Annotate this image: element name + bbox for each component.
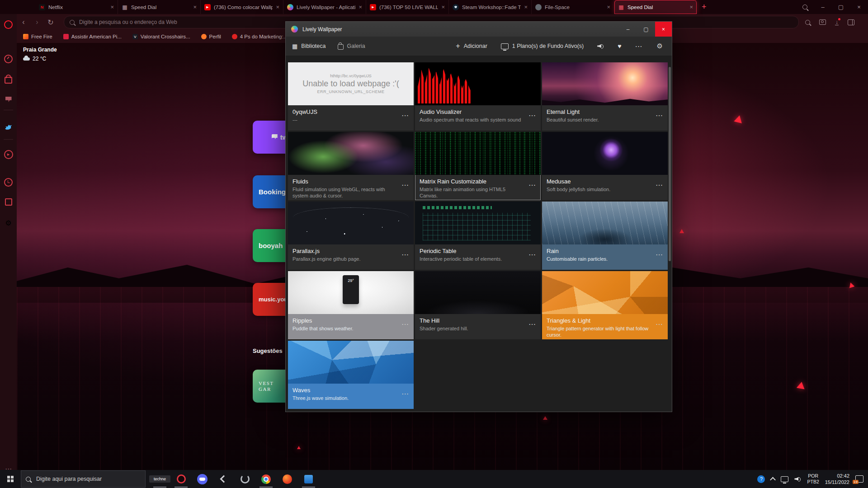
bookmark-valorant[interactable]: V Valorant Crosshairs... — [132, 34, 190, 39]
browser-maximize-button[interactable]: ▢ — [832, 0, 850, 14]
tab-youtube-top50[interactable]: ▶ (736) TOP 50 LIVE WALLPA × — [366, 0, 449, 14]
tab-close-icon[interactable]: × — [441, 4, 445, 10]
tab-netflix[interactable]: N Netflix × — [35, 0, 118, 14]
opera-gx-logo-icon[interactable] — [0, 17, 17, 32]
taskbar-app-techne[interactable]: techne — [149, 470, 170, 488]
volume-tray-icon[interactable] — [794, 476, 801, 482]
lively-settings-icon[interactable]: ⚙ — [657, 42, 663, 50]
add-wallpaper-button[interactable]: + Adicionar — [456, 42, 487, 50]
tab-search-icon[interactable] — [796, 0, 814, 14]
tab-close-icon[interactable]: × — [359, 4, 362, 10]
taskbar-app-lively[interactable] — [298, 470, 319, 488]
tab-steam-workshop[interactable]: Steam Workshop::Fade Trip × — [449, 0, 532, 14]
tab-close-icon[interactable]: × — [276, 4, 279, 10]
wallpaper-tile-0yqwujs[interactable]: hthttp://bc.vc/0yqwUJS Unable to load we… — [288, 62, 414, 131]
help-icon[interactable]: ? — [757, 475, 765, 483]
taskbar-app-gx-arrow[interactable] — [213, 470, 234, 488]
wallpaper-menu-icon[interactable]: ⋯ — [528, 182, 536, 189]
taskbar-app-discord[interactable] — [192, 470, 213, 488]
lively-minimize-button[interactable]: – — [619, 22, 637, 37]
wallpaper-tile-ripples[interactable]: 29° Ripples Puddle that shows weather. ⋯ — [288, 271, 414, 339]
wallpaper-menu-icon[interactable]: ⋯ — [528, 251, 536, 258]
start-button[interactable] — [0, 470, 21, 488]
sidebar-panel-icon[interactable] — [848, 19, 854, 25]
wallpaper-tile-matrix-rain[interactable]: Matrix Rain Customizable Matrix like rai… — [415, 132, 541, 200]
wallpaper-menu-icon[interactable]: ⋯ — [656, 321, 663, 328]
tray-expand-icon[interactable] — [770, 477, 776, 483]
tab-close-icon[interactable]: × — [689, 4, 693, 10]
bookmark-4ps-marketing[interactable]: 4 Ps do Marketing:... — [232, 34, 288, 39]
notification-center-icon[interactable]: 19 — [855, 475, 863, 483]
wallpaper-tile-rain[interactable]: Rain Customisable rain particles. ⋯ — [542, 202, 668, 270]
lively-close-button[interactable]: × — [655, 22, 672, 37]
wallpaper-menu-icon[interactable]: ⋯ — [401, 251, 409, 258]
bookmark-free-fire[interactable]: Free Fire — [23, 34, 52, 39]
gx-store-bag-icon[interactable] — [0, 71, 17, 86]
new-tab-button[interactable]: + — [697, 0, 711, 14]
back-button[interactable]: ‹ — [17, 18, 30, 26]
snapshot-icon[interactable] — [819, 19, 826, 25]
downloads-icon[interactable]: ↓ — [835, 19, 839, 25]
tab-biblioteca[interactable]: ▦ Biblioteca — [292, 43, 326, 50]
wallpaper-tile-parallax[interactable]: Parallax.js Parallax.js engine github pa… — [288, 202, 414, 270]
tab-lively-wallpaper[interactable]: Lively Wallpaper - Aplicativ × — [283, 0, 366, 14]
tab-speed-dial-1[interactable]: ▦ Speed Dial × — [118, 0, 201, 14]
browser-minimize-button[interactable]: – — [814, 0, 832, 14]
language-indicator[interactable]: POR PTB2 — [807, 473, 819, 485]
wallpaper-tile-the-hill[interactable]: The Hill Shader generated hill. ⋯ — [415, 271, 541, 339]
wallpaper-menu-icon[interactable]: ⋯ — [528, 112, 536, 119]
taskbar-app-opera-gx[interactable] — [170, 470, 192, 488]
favorites-heart-icon[interactable]: ♥ — [618, 42, 621, 50]
wallpaper-tile-triangles-light[interactable]: Triangles & Light Triangle pattern gener… — [542, 271, 668, 339]
bookmark-perfil[interactable]: Perfil — [201, 34, 221, 39]
extensions-box-icon[interactable] — [0, 194, 17, 210]
tab-youtube-como-colocar[interactable]: ▶ (736) Como colocar Wallpa × — [201, 0, 283, 14]
more-options-icon[interactable]: ⋯ — [635, 42, 643, 51]
history-clock-icon[interactable] — [0, 174, 17, 190]
tab-close-icon[interactable]: × — [524, 4, 528, 10]
wallpaper-tile-audio-visualizer[interactable]: Audio Visualizer Audio spectrum that rea… — [415, 62, 541, 131]
video-popout-icon[interactable]: ▶ — [0, 147, 17, 162]
forward-button[interactable]: › — [30, 18, 44, 26]
twitter-icon[interactable] — [0, 119, 17, 135]
reload-button[interactable]: ↻ — [44, 18, 57, 27]
settings-gear-icon[interactable]: ⚙ — [0, 215, 17, 230]
wallpaper-menu-icon[interactable]: ⋯ — [656, 182, 663, 189]
wallpaper-menu-icon[interactable]: ⋯ — [528, 321, 536, 328]
taskbar-search[interactable] — [21, 470, 146, 488]
volume-icon[interactable] — [597, 43, 604, 49]
wallpaper-tile-eternal-light[interactable]: Eternal Light Beautiful sunset render. ⋯ — [542, 62, 668, 131]
scrollbar-track[interactable] — [669, 57, 671, 409]
wallpaper-tile-medusae[interactable]: Medusae Soft body jellyfish simulation. … — [542, 132, 668, 200]
taskbar-app-steam[interactable] — [234, 470, 255, 488]
wallpaper-tile-fluids[interactable]: Fluids Fluid simulation using WebGL, rea… — [288, 132, 414, 200]
wallpaper-menu-icon[interactable]: ⋯ — [656, 112, 663, 119]
taskbar-app-firefox[interactable] — [277, 470, 298, 488]
tab-close-icon[interactable]: × — [193, 4, 197, 10]
tab-speed-dial-active[interactable]: ▦ Speed Dial × — [614, 0, 697, 14]
tab-file-space[interactable]: File-Space × — [532, 0, 614, 14]
scrollbar-thumb[interactable] — [669, 67, 671, 261]
display-tray-icon[interactable] — [781, 476, 788, 482]
wallpaper-menu-icon[interactable]: ⋯ — [401, 390, 409, 398]
wallpaper-menu-icon[interactable]: ⋯ — [401, 182, 409, 189]
taskbar-app-chrome[interactable] — [255, 470, 277, 488]
bookmark-assistir[interactable]: Assistir American Pi... — [63, 34, 122, 39]
lively-maximize-button[interactable]: ▢ — [637, 22, 655, 37]
tab-galeria[interactable]: Galeria — [338, 42, 365, 50]
taskbar-search-input[interactable] — [35, 475, 141, 483]
wallpaper-tile-waves[interactable]: Waves Three.js wave simulation. ⋯ — [288, 341, 414, 409]
wallpaper-menu-icon[interactable]: ⋯ — [401, 112, 409, 119]
weather-widget[interactable]: Praia Grande 22 °C — [23, 47, 57, 62]
wallpaper-menu-icon[interactable]: ⋯ — [656, 251, 663, 258]
wallpaper-tile-periodic-table[interactable]: Periodic Table Interactive periodic tabl… — [415, 202, 541, 270]
wallpaper-menu-icon[interactable]: ⋯ — [401, 321, 409, 328]
speed-dial-gauge-icon[interactable] — [0, 51, 17, 66]
page-search-icon[interactable] — [805, 20, 810, 25]
browser-close-button[interactable]: × — [850, 0, 868, 14]
tab-close-icon[interactable]: × — [110, 4, 114, 10]
twitch-icon[interactable] — [0, 92, 17, 107]
active-wallpapers-button[interactable]: 1 Plano(s) de Fundo Ativo(s) — [501, 43, 584, 49]
lively-titlebar[interactable]: Lively Wallpaper – ▢ × — [286, 22, 672, 37]
tab-close-icon[interactable]: × — [607, 4, 610, 10]
